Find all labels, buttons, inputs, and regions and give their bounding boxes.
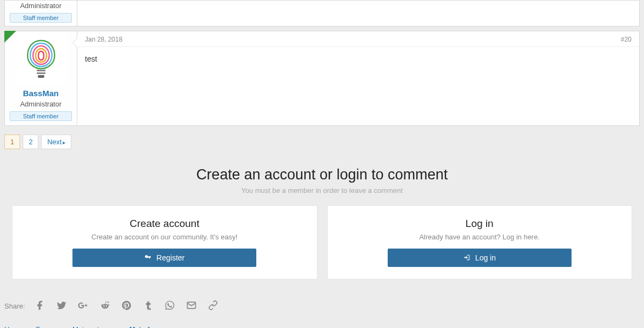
page-1[interactable]: 1 [4, 135, 20, 149]
tumblr-icon[interactable] [143, 300, 154, 312]
pagination: 1 2 Next [0, 130, 644, 153]
chevron-right-icon: › [122, 325, 124, 328]
share-bar: Share: [0, 292, 644, 320]
reddit-icon[interactable] [99, 300, 110, 312]
user-avatar[interactable] [15, 34, 67, 85]
chevron-right-icon: › [172, 325, 175, 328]
user-role: Administrator [5, 99, 77, 109]
cta-section: Create an account or login to comment Yo… [0, 153, 644, 201]
register-button[interactable]: Register [72, 249, 256, 267]
login-button[interactable]: Log in [388, 249, 572, 267]
breadcrumb: Home › Forums › Main category › Main for… [0, 320, 644, 328]
facebook-icon[interactable] [35, 300, 45, 312]
login-title: Log in [340, 218, 620, 230]
twitter-icon[interactable] [56, 300, 67, 312]
login-desc: Already have an account? Log in here. [340, 233, 620, 241]
breadcrumb-category[interactable]: Main category [72, 325, 117, 328]
cta-sub: You must be a member in order to leave a… [4, 186, 640, 195]
page-next[interactable]: Next [41, 135, 71, 149]
share-label: Share: [4, 302, 25, 310]
email-icon[interactable] [186, 300, 197, 312]
auth-boxes: Create account Create an account on our … [0, 201, 644, 292]
online-indicator [4, 31, 16, 43]
post-content: test [77, 47, 639, 112]
post-body-fragment [77, 0, 640, 26]
previous-post-fragment: Administrator Staff member [4, 0, 640, 26]
create-desc: Create an account on our community. It's… [24, 233, 305, 241]
chevron-right-icon: › [65, 325, 67, 328]
user-panel: BassMan Administrator Staff member [4, 31, 77, 126]
login-box: Log in Already have an account? Log in h… [327, 205, 633, 279]
register-label: Register [156, 253, 184, 262]
svg-rect-0 [37, 70, 45, 71]
key-icon [144, 255, 153, 262]
google-plus-icon[interactable] [78, 300, 89, 312]
cta-heading: Create an account or login to comment [4, 166, 640, 183]
create-title: Create account [24, 218, 305, 230]
user-panel: Administrator Staff member [4, 0, 77, 26]
social-icons [35, 300, 218, 312]
create-account-box: Create account Create an account on our … [12, 205, 317, 279]
link-icon[interactable] [208, 300, 218, 312]
pinterest-icon[interactable] [121, 300, 132, 312]
avatar-icon [22, 36, 60, 83]
chevron-right-icon: › [28, 325, 30, 328]
user-role: Administrator [5, 1, 77, 11]
post-header: Jan 28, 2018 #20 [77, 31, 639, 47]
forum-post: BassMan Administrator Staff member Jan 2… [4, 31, 640, 126]
login-icon [463, 255, 472, 262]
breadcrumb-forums[interactable]: Forums [36, 325, 59, 328]
breadcrumb-forum[interactable]: Main forum [129, 325, 167, 328]
svg-rect-2 [38, 75, 44, 78]
breadcrumb-home[interactable]: Home [4, 325, 23, 328]
login-label: Log in [475, 253, 496, 262]
staff-badge: Staff member [10, 111, 72, 121]
svg-rect-1 [37, 72, 45, 74]
username-link[interactable]: BassMan [5, 88, 77, 99]
post-body: Jan 28, 2018 #20 test [77, 31, 640, 126]
post-number[interactable]: #20 [621, 36, 632, 43]
staff-badge: Staff member [10, 13, 72, 23]
page-2[interactable]: 2 [23, 135, 38, 149]
post-date[interactable]: Jan 28, 2018 [85, 36, 122, 43]
whatsapp-icon[interactable] [164, 300, 175, 312]
